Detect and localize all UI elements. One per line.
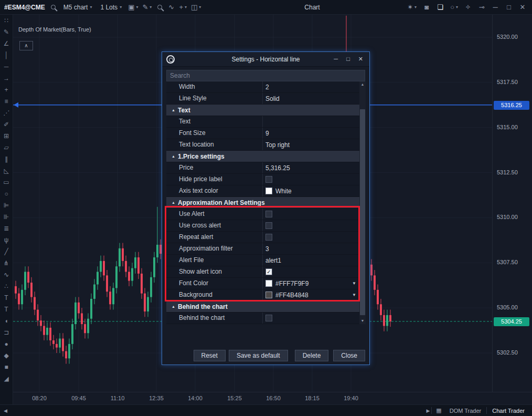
histogram-tool-icon[interactable]: ⊪ <box>0 211 13 223</box>
setting-value[interactable]: #FFF7F9F9▼ <box>263 278 359 289</box>
arrow-tool-icon[interactable]: → <box>0 72 13 84</box>
lots-dropdown[interactable]: 1 Lots▾ <box>97 3 125 12</box>
delete-button[interactable]: Delete <box>295 350 329 361</box>
horizontal-line-tool-icon[interactable]: ─ <box>0 61 13 72</box>
settings-section-row[interactable]: ▲1.Price settings <box>166 151 359 162</box>
checkbox[interactable] <box>265 234 272 241</box>
ruler-tool-icon[interactable]: ▱ <box>0 142 13 153</box>
shape-icon[interactable]: ○▾ <box>449 3 460 11</box>
dialog-minimize-icon[interactable]: ─ <box>334 56 338 63</box>
brush-tool-icon[interactable]: ✎ <box>0 26 13 38</box>
settings-search-input[interactable] <box>166 70 365 81</box>
checkbox[interactable] <box>265 176 272 183</box>
collapse-tool-icon[interactable]: ◢ <box>0 373 13 384</box>
timeframe-dropdown[interactable]: M5 chart▾ <box>60 3 96 12</box>
setting-value[interactable]: 2 <box>263 81 359 92</box>
grid-dots-tool-icon[interactable]: ∷ <box>0 15 13 26</box>
dialog-close-icon[interactable]: ✕ <box>358 56 363 63</box>
setting-value[interactable] <box>263 174 359 185</box>
chart-trader-button[interactable]: Chart Trader <box>487 408 530 414</box>
setting-value[interactable]: #FF4B4848▼ <box>263 289 359 300</box>
text-tool-icon[interactable]: T <box>0 304 13 315</box>
dropdown-caret-icon[interactable]: ▼ <box>352 281 356 286</box>
settings-section-row[interactable]: ▲Text <box>166 105 359 116</box>
vertical-line-tool-icon[interactable]: │ <box>0 49 13 61</box>
settings-scrollbar[interactable]: ▲ ▼ <box>359 81 366 324</box>
angle-tool-icon[interactable]: ∠ <box>0 38 13 49</box>
close-window-icon[interactable]: ✕ <box>517 3 528 11</box>
channel-tool-icon[interactable]: ╱ <box>0 246 13 257</box>
dialog-titlebar[interactable]: Settings - Horizontal line ─□✕ <box>162 52 369 67</box>
checkbox[interactable] <box>265 315 272 321</box>
maximize-window-icon[interactable]: □ <box>504 3 514 11</box>
square-marker-tool-icon[interactable]: ■ <box>0 361 13 373</box>
marker-tool-icon[interactable]: ✐ <box>0 119 13 130</box>
setting-value[interactable] <box>263 209 359 220</box>
setting-value[interactable] <box>263 116 359 127</box>
setting-value[interactable]: 5,316.25 <box>263 162 359 173</box>
add-icon[interactable]: +▾ <box>177 3 188 11</box>
setting-value[interactable]: 3 <box>263 243 359 254</box>
collapse-arrow-icon[interactable]: ▲ <box>172 108 178 112</box>
settings-section-row[interactable]: ▲Behind the chart <box>166 301 359 313</box>
drawing-tools-icon[interactable]: ✎▾ <box>141 3 153 11</box>
checkbox[interactable]: ✓ <box>265 268 272 275</box>
setting-value[interactable] <box>263 220 359 231</box>
layout-icon[interactable]: ◫▾ <box>189 3 203 11</box>
search-icon[interactable] <box>48 5 59 9</box>
checkbox[interactable] <box>265 222 272 229</box>
display-mode-icon[interactable]: ▣▾ <box>126 3 140 11</box>
setting-value[interactable]: Solid <box>263 93 359 104</box>
triangle-tool-icon[interactable]: ◺ <box>0 165 13 176</box>
time-axis[interactable]: 08:2009:4511:1012:3514:0015:2516:5018:15… <box>13 392 532 404</box>
fib-retracement-tool-icon[interactable]: ≣ <box>0 223 13 234</box>
scrollbar-thumb[interactable] <box>360 109 365 315</box>
scroll-left-icon[interactable]: ◀ <box>2 408 9 413</box>
indicator-collapse-button[interactable]: ∧ <box>19 41 33 50</box>
scroll-up-icon[interactable]: ▲ <box>359 81 366 88</box>
color-swatch[interactable] <box>265 292 272 298</box>
setting-value[interactable]: alert1 <box>263 255 359 266</box>
parallel-lines-tool-icon[interactable]: ∥ <box>0 153 13 165</box>
setting-value[interactable]: 9 <box>263 128 359 139</box>
label-tool-icon[interactable]: ⊐ <box>0 327 13 338</box>
diamond-marker-tool-icon[interactable]: ◆ <box>0 350 13 361</box>
scroll-right-icon[interactable]: ▶ <box>424 408 431 413</box>
collapse-arrow-icon[interactable]: ▲ <box>172 201 178 204</box>
settings-section-row[interactable]: ▲Approximation Alert Settings <box>166 197 359 209</box>
dots-tool-icon[interactable]: ∴ <box>0 280 13 292</box>
color-swatch[interactable] <box>265 188 272 194</box>
price-axis[interactable]: 5320.005317.505315.005312.505310.005307.… <box>492 15 532 392</box>
color-swatch[interactable] <box>265 280 272 287</box>
dropdown-caret-icon[interactable]: ▼ <box>352 293 356 297</box>
callout-tool-icon[interactable]: ◖ <box>0 315 13 327</box>
scroll-down-icon[interactable]: ▼ <box>359 318 366 324</box>
setting-value[interactable] <box>263 232 359 243</box>
zoom-icon[interactable] <box>154 5 165 9</box>
reset-button[interactable]: Reset <box>194 350 226 361</box>
indicator-icon[interactable]: ∿ <box>166 3 176 11</box>
stamp-tool-icon[interactable]: ⊞ <box>0 130 13 142</box>
setting-value[interactable]: White <box>263 185 359 196</box>
cycle-tool-icon[interactable]: ∿ <box>0 269 13 280</box>
magic-icon[interactable]: ✧ <box>463 3 473 11</box>
pin-icon[interactable]: ⊸ <box>476 3 487 11</box>
collapse-arrow-icon[interactable]: ▲ <box>172 305 178 308</box>
collapse-arrow-icon[interactable]: ▲ <box>172 154 178 158</box>
checkbox[interactable] <box>265 211 272 217</box>
pitchfork-tool-icon[interactable]: ψ <box>0 234 13 246</box>
fullscreen-icon[interactable]: ❏ <box>435 3 445 11</box>
rectangle-tool-icon[interactable]: ▭ <box>0 176 13 188</box>
dom-trader-button[interactable]: DOM Trader <box>444 408 487 414</box>
ellipse-tool-icon[interactable]: ○ <box>0 188 13 200</box>
fan-tool-icon[interactable]: ⋔ <box>0 257 13 269</box>
setting-value[interactable] <box>263 313 359 324</box>
setting-value[interactable]: ✓ <box>263 266 359 277</box>
screenshot-icon[interactable]: ◙ <box>421 3 432 11</box>
dialog-maximize-icon[interactable]: □ <box>346 56 350 63</box>
cross-tool-icon[interactable]: + <box>0 84 13 96</box>
minimize-window-icon[interactable]: ─ <box>490 3 501 11</box>
profile-tool-icon[interactable]: ⊫ <box>0 200 13 211</box>
text-style-tool-icon[interactable]: T <box>0 292 13 304</box>
circle-marker-tool-icon[interactable]: ● <box>0 338 13 350</box>
